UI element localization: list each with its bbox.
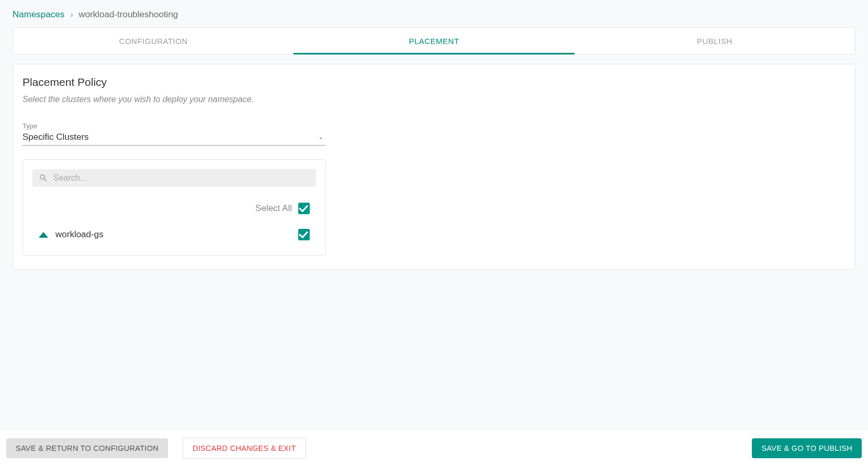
breadcrumb-current: workload-troubleshooting (78, 9, 178, 19)
breadcrumb: Namespaces › workload-troubleshooting (0, 0, 868, 27)
placement-panel: Placement Policy Select the clusters whe… (13, 64, 855, 270)
expand-icon[interactable] (39, 232, 48, 238)
panel-description: Select the clusters where you wish to de… (22, 95, 846, 104)
chevron-down-icon (318, 134, 324, 143)
type-select[interactable]: Specific Clusters (22, 132, 326, 146)
search-icon (39, 173, 48, 183)
select-all-checkbox[interactable] (298, 203, 310, 214)
breadcrumb-root-link[interactable]: Namespaces (13, 9, 64, 19)
cluster-selection-box: Select All workload-gs (22, 159, 326, 256)
select-all-label: Select All (255, 203, 292, 214)
type-select-value: Specific Clusters (22, 132, 89, 142)
search-input[interactable] (53, 173, 310, 183)
save-return-button[interactable]: SAVE & RETURN TO CONFIGURATION (6, 438, 168, 458)
tab-publish[interactable]: PUBLISH (574, 28, 855, 54)
discard-button[interactable]: DISCARD CHANGES & EXIT (183, 438, 306, 459)
type-label: Type (22, 122, 846, 130)
panel-title: Placement Policy (22, 76, 846, 88)
breadcrumb-separator: › (70, 9, 73, 19)
search-wrap (32, 169, 316, 187)
cluster-row: workload-gs (32, 224, 316, 246)
select-all-row: Select All (32, 197, 316, 219)
save-publish-button[interactable]: SAVE & GO TO PUBLISH (752, 438, 862, 458)
cluster-row-left: workload-gs (39, 229, 104, 240)
tab-placement[interactable]: PLACEMENT (294, 28, 574, 54)
cluster-name: workload-gs (55, 229, 104, 240)
tabs: CONFIGURATION PLACEMENT PUBLISH (13, 27, 855, 54)
tab-configuration[interactable]: CONFIGURATION (13, 28, 294, 54)
footer: SAVE & RETURN TO CONFIGURATION DISCARD C… (0, 430, 868, 465)
cluster-checkbox[interactable] (298, 229, 310, 240)
